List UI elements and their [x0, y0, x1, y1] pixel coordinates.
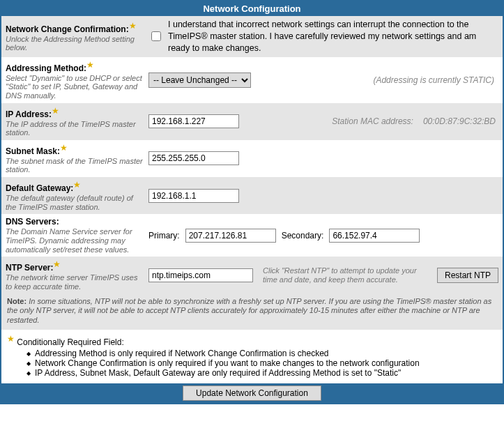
dns-primary-label: Primary: [148, 231, 180, 240]
panel-footer: Update Network Configuration [1, 383, 503, 403]
gateway-label: Default Gateway: [6, 183, 73, 193]
panel-title: Network Configuration [1, 1, 503, 16]
ntp-label: NTP Server: [6, 263, 53, 273]
confirm-desc: Unlock the Addressing Method setting bel… [6, 35, 144, 52]
subnet-desc: The subnet mask of the TimeIPS master st… [6, 157, 144, 174]
star-icon: ★ [53, 259, 61, 269]
dns-desc: The Domain Name Service server for TimeI… [6, 227, 144, 254]
ip-label: IP Address: [6, 109, 52, 119]
subnet-label: Subnet Mask: [6, 146, 60, 156]
star-icon: ★ [129, 21, 137, 31]
note-body: In some situations, NTP will not be able… [7, 297, 491, 325]
star-icon: ★ [7, 334, 15, 344]
star-icon: ★ [60, 143, 68, 153]
note-lead: Note: [7, 297, 26, 305]
subnet-input[interactable] [148, 151, 239, 165]
star-icon: ★ [86, 60, 94, 70]
row-subnet: Subnet Mask:★ The subnet mask of the Tim… [1, 140, 503, 177]
ntp-input[interactable] [148, 268, 253, 282]
row-gateway: Default Gateway:★ The default gateway (d… [1, 177, 503, 214]
dns-secondary-label: Secondary: [282, 231, 324, 240]
confirm-checkbox[interactable] [151, 31, 161, 41]
footnote-item: Network Change Confirmation is only requ… [26, 358, 497, 368]
gateway-desc: The default gateway (default route) of t… [6, 194, 144, 211]
confirm-text: I understand that incorrect network sett… [168, 19, 498, 54]
footnote-heading: Conditionally Required Field: [17, 337, 123, 347]
dns-secondary-input[interactable] [329, 229, 420, 243]
ntp-note: Note: In some situations, NTP will not b… [1, 294, 503, 330]
row-dns: DNS Servers: The Domain Name Service ser… [1, 214, 503, 257]
row-confirmation: Network Change Confirmation:★ Unlock the… [1, 16, 503, 57]
mac-label: Station MAC address: [332, 116, 418, 126]
addressing-desc: Select "Dynamic" to use DHCP or select "… [6, 74, 144, 100]
star-icon: ★ [52, 106, 59, 116]
ntp-desc: The network time server TimeIPS uses to … [6, 273, 144, 291]
dns-label: DNS Servers: [6, 217, 59, 227]
conditional-footnote: ★ Conditionally Required Field: Addressi… [1, 330, 503, 383]
ip-input[interactable] [148, 114, 239, 128]
row-ntp: NTP Server:★ The network time server Tim… [1, 257, 503, 293]
star-icon: ★ [73, 180, 81, 190]
mac-value: 00:0D:87:9C:32:BD [423, 116, 498, 126]
row-addressing: Addressing Method:★ Select "Dynamic" to … [1, 57, 503, 103]
row-ip: IP Address:★ The IP address of the TimeI… [1, 103, 503, 140]
addressing-select[interactable]: -- Leave Unchanged -- [148, 72, 251, 88]
gateway-input[interactable] [148, 189, 239, 203]
ip-desc: The IP address of the TimeIPS master sta… [6, 120, 144, 137]
confirm-label: Network Change Confirmation: [6, 24, 129, 34]
restart-ntp-button[interactable]: Restart NTP [437, 268, 498, 283]
addressing-label: Addressing Method: [6, 63, 86, 73]
addressing-current-note: (Addressing is currently STATIC) [373, 75, 498, 85]
network-config-panel: Network Configuration Network Change Con… [0, 0, 504, 404]
ntp-hint: Click "Restart NTP" to attempt to update… [259, 266, 432, 284]
footnote-item: Addressing Method is only required if Ne… [26, 349, 497, 358]
footnote-item: IP Address, Subnet Mask, Default Gateway… [26, 368, 497, 378]
update-button[interactable]: Update Network Configuration [183, 385, 321, 401]
dns-primary-input[interactable] [185, 229, 276, 243]
